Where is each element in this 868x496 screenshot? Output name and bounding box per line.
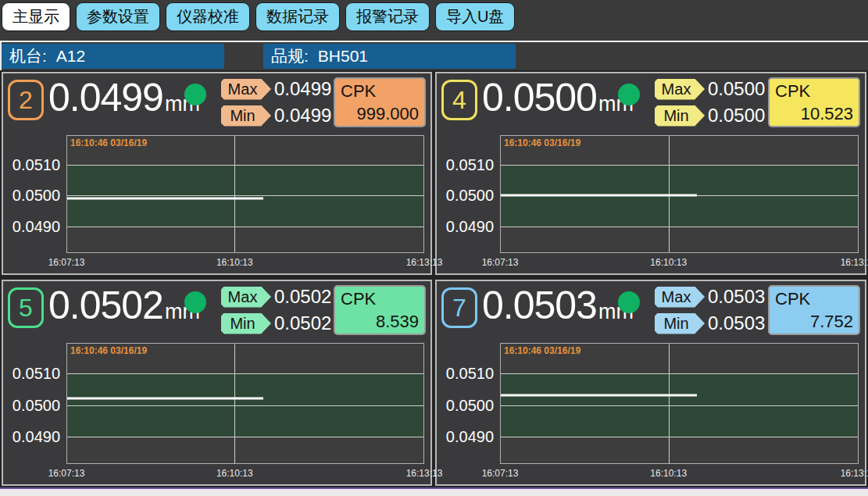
channel-badge: 4 (441, 80, 477, 120)
trend-chart: 0.05100.05000.0490 16:10:46 03/16/19 16:… (437, 343, 859, 464)
gridline (501, 437, 858, 437)
tab-import-usb[interactable]: 导入U盘 (435, 2, 515, 31)
min-value: 0.0502 (274, 312, 331, 334)
max-tag: Max (221, 79, 271, 100)
x-tick-label: 16:10:13 (216, 257, 253, 268)
max-min-tags: Max 0.0499 Min 0.0499 (221, 78, 331, 131)
x-axis-labels: 16:07:1316:10:1316:13:13 (500, 464, 859, 481)
top-separator (0, 41, 868, 42)
max-min-tags: Max 0.0503 Min 0.0503 (655, 286, 765, 339)
hmi-screen: 主显示 参数设置 仪器校准 数据记录 报警记录 导入U盘 机台: A12 品规:… (0, 0, 868, 496)
channel-badge: 2 (8, 80, 44, 120)
gridline (67, 437, 423, 437)
panel-header: 4 0.0500mm Max 0.0500 Min 0.0500 C (437, 73, 865, 134)
cpk-label: CPK (775, 289, 853, 309)
max-min-tags: Max 0.0500 Min 0.0500 (655, 78, 765, 131)
y-axis-labels: 0.05100.05000.0490 (437, 135, 497, 253)
gridline (67, 405, 423, 406)
x-tick-label: 16:10:13 (650, 257, 687, 268)
status-ok-icon (184, 291, 206, 313)
product-label: 品规: (271, 45, 309, 67)
x-tick-label: 16:07:13 (48, 257, 85, 268)
channel-panel-5: 5 0.0502mm Max 0.0502 Min 0.0502 C (2, 280, 432, 486)
cpk-value: 999.000 (341, 104, 419, 124)
measurement-value: 0.0499mm (48, 75, 200, 120)
chart-timestamp: 16:10:46 03/16/19 (70, 137, 147, 148)
tab-instrument-calibration[interactable]: 仪器校准 (166, 2, 250, 31)
x-tick-label: 16:13:13 (406, 468, 443, 479)
tab-parameter-settings[interactable]: 参数设置 (76, 2, 160, 31)
machine-header: 机台: A12 (2, 44, 224, 69)
status-ok-icon (184, 84, 206, 105)
cpk-value: 10.523 (775, 104, 853, 124)
measurement-value: 0.0502mm (48, 283, 200, 328)
cpk-label: CPK (341, 81, 419, 102)
y-tick-label: 0.0510 (13, 155, 60, 173)
trend-chart: 0.05100.05000.0490 16:10:46 03/16/19 16:… (3, 343, 424, 464)
measurement-trace (67, 198, 263, 200)
y-tick-label: 0.0490 (446, 428, 494, 446)
y-tick-label: 0.0510 (446, 155, 494, 173)
x-tick-label: 16:13:13 (406, 257, 443, 268)
plot-area: 16:10:46 03/16/19 (66, 343, 424, 464)
x-tick-label: 16:07:13 (482, 257, 519, 268)
x-axis-labels: 16:07:1316:10:1316:13:13 (66, 464, 424, 481)
y-tick-label: 0.0500 (446, 187, 494, 205)
channel-panel-2: 2 0.0499mm Max 0.0499 Min 0.0499 C (2, 72, 432, 275)
x-tick-label: 16:07:13 (482, 468, 519, 479)
x-tick-label: 16:07:13 (48, 468, 85, 479)
tab-alarm-record[interactable]: 报警记录 (345, 2, 430, 31)
status-ok-icon (618, 291, 640, 313)
cpk-value: 8.539 (341, 312, 419, 332)
cpk-box: CPK 7.752 (768, 285, 860, 335)
panels-grid: 2 0.0499mm Max 0.0499 Min 0.0499 C (0, 70, 868, 487)
product-header: 品规: BH501 (263, 44, 516, 69)
plot-area: 16:10:46 03/16/19 (500, 343, 859, 464)
machine-value: A12 (56, 47, 85, 66)
chart-timestamp: 16:10:46 03/16/19 (504, 137, 580, 148)
gridline (67, 227, 423, 227)
gridline (501, 405, 858, 406)
max-tag: Max (221, 287, 271, 308)
panel-header: 7 0.0503mm Max 0.0503 Min 0.0503 C (437, 281, 865, 342)
gridline (501, 165, 858, 166)
y-axis-labels: 0.05100.05000.0490 (437, 343, 497, 464)
gridline (501, 227, 858, 227)
y-tick-label: 0.0500 (13, 187, 60, 205)
channel-panel-4: 4 0.0500mm Max 0.0500 Min 0.0500 C (435, 72, 866, 275)
machine-label: 机台: (9, 45, 47, 67)
measurement-trace (501, 194, 697, 197)
channel-badge: 5 (8, 287, 44, 328)
max-value: 0.0499 (274, 78, 331, 100)
max-value: 0.0502 (274, 286, 331, 308)
gridline (67, 195, 423, 196)
x-tick-label: 16:13:13 (841, 257, 868, 268)
min-tag: Min (221, 105, 271, 127)
y-tick-label: 0.0490 (13, 218, 60, 236)
x-axis-labels: 16:07:1316:10:1316:13:13 (500, 253, 859, 270)
y-tick-label: 0.0500 (13, 396, 60, 414)
chart-timestamp: 16:10:46 03/16/19 (504, 345, 580, 356)
measurement-value: 0.0500mm (482, 75, 634, 120)
cpk-box: CPK 10.523 (768, 77, 860, 127)
measurement-trace (501, 394, 697, 397)
gridline (67, 165, 423, 166)
measurement-value: 0.0503mm (482, 283, 634, 328)
min-tag: Min (655, 313, 705, 334)
vertical-gridline (234, 344, 235, 463)
y-tick-label: 0.0490 (13, 428, 60, 446)
min-tag: Min (655, 105, 705, 127)
min-tag: Min (221, 313, 271, 334)
max-min-tags: Max 0.0502 Min 0.0502 (221, 286, 331, 339)
max-value: 0.0503 (708, 286, 765, 308)
plot-area: 16:10:46 03/16/19 (66, 135, 424, 253)
panel-header: 2 0.0499mm Max 0.0499 Min 0.0499 C (3, 73, 430, 134)
tab-data-record[interactable]: 数据记录 (255, 2, 340, 31)
trend-chart: 0.05100.05000.0490 16:10:46 03/16/19 16:… (3, 135, 424, 253)
y-tick-label: 0.0510 (13, 364, 60, 382)
min-value: 0.0500 (708, 105, 765, 127)
y-tick-label: 0.0490 (446, 218, 494, 236)
chart-timestamp: 16:10:46 03/16/19 (70, 345, 147, 356)
tab-main-display[interactable]: 主显示 (2, 2, 70, 31)
y-tick-label: 0.0510 (446, 364, 494, 382)
